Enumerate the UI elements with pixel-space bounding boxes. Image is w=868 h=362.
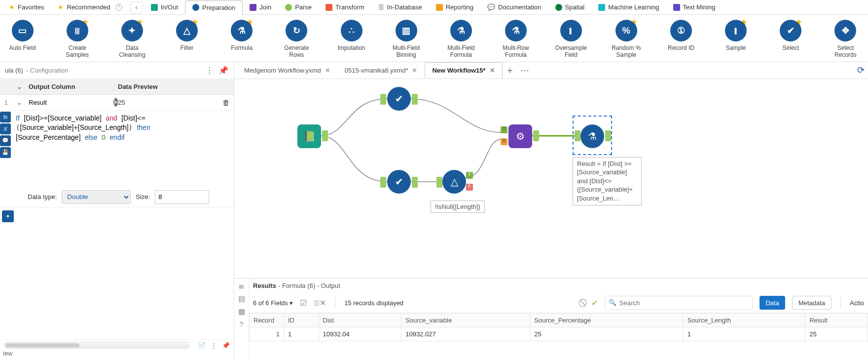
formula-tool-node[interactable]: ⚗ bbox=[580, 124, 604, 148]
col-id[interactable]: ID bbox=[284, 313, 319, 327]
input-port[interactable] bbox=[575, 130, 580, 141]
tool-oversample-field[interactable]: ⫿Oversample Field bbox=[555, 20, 587, 59]
tool-filter[interactable]: ★△Filter bbox=[171, 20, 202, 59]
size-input[interactable] bbox=[155, 190, 209, 204]
workflow-canvas[interactable]: 📗 ✔ ✔ △ T F !IsNull([Length]) T S ⚙ bbox=[234, 79, 868, 278]
output-port[interactable] bbox=[605, 130, 611, 141]
formula-text[interactable]: If [Dist]>=[Source_variable] and [Dist]<… bbox=[12, 111, 234, 187]
tool-auto-field[interactable]: ▭Auto Field bbox=[7, 20, 38, 59]
doc-tab-medgenom[interactable]: Medgenom Workflow.yxmd ✕ bbox=[237, 62, 338, 79]
col-source_length[interactable]: Source_Length bbox=[683, 313, 805, 327]
tool-random-sample[interactable]: ★%Random % Sample bbox=[611, 20, 642, 59]
input-port[interactable] bbox=[380, 177, 386, 188]
input-port[interactable] bbox=[436, 177, 442, 188]
true-port[interactable]: T bbox=[466, 172, 473, 179]
new-tab-button[interactable]: ＋ bbox=[503, 64, 517, 76]
select-all-icon[interactable]: ☑ bbox=[300, 298, 307, 308]
close-icon[interactable]: ✕ bbox=[412, 67, 417, 74]
filter-tool-node[interactable]: △ bbox=[442, 170, 466, 194]
grid-icon[interactable]: ▤ bbox=[238, 294, 245, 303]
help-icon[interactable]: ? bbox=[239, 320, 243, 328]
tab-in-database[interactable]: ☰ In-Database bbox=[371, 0, 429, 14]
output-column-input[interactable] bbox=[29, 99, 111, 106]
fx-icon[interactable]: fx bbox=[0, 112, 11, 122]
output-port[interactable] bbox=[412, 177, 418, 188]
doc-tab-0515[interactable]: 0515-vmanika8.yxmd* ✕ bbox=[338, 62, 425, 79]
variable-icon[interactable]: X bbox=[0, 123, 11, 134]
more-icon[interactable]: ⋮ bbox=[204, 65, 215, 76]
tab-text-mining[interactable]: Text Mining bbox=[666, 0, 723, 14]
join-tool-node[interactable]: ⚙ bbox=[508, 124, 532, 148]
formula-annotation: Result = If [Dist] >= [Source_variable] … bbox=[573, 157, 642, 205]
tab-spatial[interactable]: Spatial bbox=[548, 0, 592, 14]
close-icon[interactable]: ✕ bbox=[325, 67, 330, 74]
input-port-t[interactable]: T bbox=[501, 126, 507, 133]
map-icon[interactable]: ▦ bbox=[238, 307, 245, 316]
tab-overflow-button[interactable]: ⋯ bbox=[517, 65, 532, 76]
tab-preparation[interactable]: Preparation bbox=[185, 0, 243, 15]
output-port[interactable] bbox=[412, 94, 418, 105]
tool-create-samples[interactable]: ★⫼Create Samples bbox=[62, 20, 93, 59]
nav-left-button[interactable]: ‹ bbox=[130, 1, 143, 13]
save-icon[interactable]: 💾 bbox=[0, 147, 11, 158]
tab-machine-learning[interactable]: Machine Learning bbox=[591, 0, 666, 14]
tool-select-records[interactable]: ✥Select Records bbox=[830, 20, 861, 59]
select-tool-node-bottom[interactable]: ✔ bbox=[387, 170, 411, 194]
message-icon[interactable]: 💬 bbox=[0, 135, 11, 146]
results-table[interactable]: RecordIDDistSource_variableSource_Percen… bbox=[249, 313, 868, 341]
col-source_percentage[interactable]: Source_Percentage bbox=[530, 313, 683, 327]
deselect-icon[interactable]: �⃞✕ bbox=[314, 298, 326, 308]
table-row[interactable]: 1110932.0410932.02725125 bbox=[250, 327, 868, 341]
tool-multi-field-formula[interactable]: ⚗Multi-Field Formula bbox=[445, 20, 476, 59]
tab-recommended[interactable]: ★ Recommended ? bbox=[51, 0, 129, 14]
tab-documentation[interactable]: 💬 Documentation bbox=[480, 0, 548, 14]
tool-data-cleansing[interactable]: ★✦Data Cleansing bbox=[116, 20, 147, 59]
settings-icon[interactable]: ⋮ bbox=[211, 342, 217, 349]
data-type-select[interactable]: Double bbox=[62, 190, 131, 204]
tool-multi-field-binning[interactable]: ▥Multi-Field Binning bbox=[391, 20, 422, 59]
tab-favorites[interactable]: ★ Favorites bbox=[2, 0, 51, 14]
chevron-down-icon[interactable]: ⌄ bbox=[12, 99, 27, 106]
input-port-s[interactable]: S bbox=[501, 138, 507, 145]
actions-button[interactable]: Actio bbox=[850, 299, 864, 307]
tool-formula[interactable]: ★⚗Formula bbox=[226, 20, 257, 59]
tool-sample[interactable]: ★⫿Sample bbox=[721, 20, 752, 59]
tab-parse[interactable]: Parse bbox=[278, 0, 319, 14]
tab-transform[interactable]: Transform bbox=[319, 0, 371, 14]
fields-selector[interactable]: 6 of 6 Fields ▾ bbox=[253, 299, 293, 307]
refresh-icon[interactable]: ⟳ bbox=[853, 65, 868, 76]
list-icon[interactable]: ≣ bbox=[238, 282, 245, 290]
list-icon[interactable]: 📄 bbox=[198, 342, 206, 349]
search-input[interactable] bbox=[605, 296, 753, 310]
input-tool-node[interactable]: 📗 bbox=[297, 124, 321, 148]
output-port[interactable] bbox=[322, 130, 328, 141]
pin-icon[interactable]: 📌 bbox=[222, 342, 230, 349]
col-result[interactable]: Result bbox=[805, 313, 868, 327]
col-record[interactable]: Record bbox=[250, 313, 284, 327]
horizontal-scrollbar[interactable] bbox=[4, 342, 190, 349]
help-icon[interactable]: ? bbox=[115, 4, 122, 11]
pin-icon[interactable]: 📌 bbox=[218, 65, 229, 76]
metadata-button[interactable]: Metadata bbox=[792, 296, 832, 310]
doc-tab-new-workflow[interactable]: New Workflow15* ✕ bbox=[425, 62, 502, 79]
trash-icon[interactable]: 🗑 bbox=[222, 98, 230, 107]
input-port[interactable] bbox=[380, 94, 386, 105]
tool-select[interactable]: ★✔Select bbox=[775, 20, 806, 59]
tool-record-id[interactable]: ①Record ID bbox=[665, 20, 696, 59]
select-tool-node-top[interactable]: ✔ bbox=[387, 87, 411, 111]
output-port[interactable] bbox=[533, 130, 539, 141]
tab-reporting[interactable]: Reporting bbox=[429, 0, 480, 14]
add-button[interactable]: + bbox=[2, 210, 14, 222]
tool-generate-rows[interactable]: ↻Generate Rows bbox=[281, 20, 312, 59]
tab-in-out[interactable]: In/Out bbox=[144, 0, 185, 14]
col-source_variable[interactable]: Source_variable bbox=[401, 313, 530, 327]
col-dist[interactable]: Dist bbox=[319, 313, 401, 327]
close-icon[interactable]: ✕ bbox=[490, 67, 495, 74]
tool-multi-row-formula[interactable]: ⚗Multi-Row Formula bbox=[500, 20, 531, 59]
chevron-down-icon[interactable]: ⌄ bbox=[12, 83, 27, 90]
false-port[interactable]: F bbox=[466, 184, 473, 191]
ok-icon[interactable]: ✔ bbox=[591, 298, 598, 308]
data-button[interactable]: Data bbox=[760, 296, 785, 310]
tab-join[interactable]: Join bbox=[243, 0, 278, 14]
tool-imputation[interactable]: ∴Imputation bbox=[336, 20, 367, 59]
